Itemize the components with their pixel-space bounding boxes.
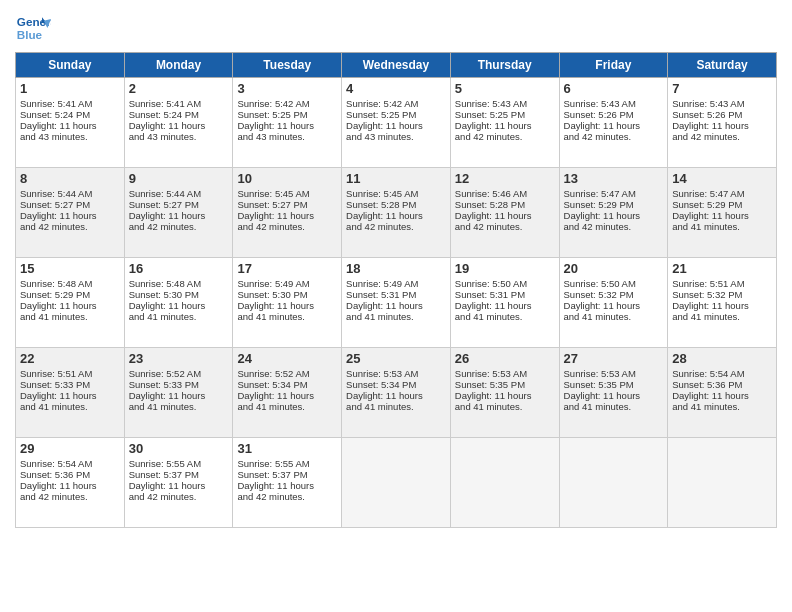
day-info-line: Sunset: 5:25 PM <box>455 109 555 120</box>
day-info-line: and 42 minutes. <box>20 491 120 502</box>
day-info-line: Sunset: 5:37 PM <box>129 469 229 480</box>
day-info-line: Daylight: 11 hours <box>20 120 120 131</box>
day-info-line: Sunrise: 5:55 AM <box>129 458 229 469</box>
day-number: 16 <box>129 261 229 276</box>
calendar-day-cell: 10Sunrise: 5:45 AMSunset: 5:27 PMDayligh… <box>233 168 342 258</box>
day-number: 4 <box>346 81 446 96</box>
day-info-line: and 42 minutes. <box>346 221 446 232</box>
day-info-line: Sunset: 5:25 PM <box>346 109 446 120</box>
day-number: 19 <box>455 261 555 276</box>
day-info-line: Sunset: 5:29 PM <box>20 289 120 300</box>
day-info-line: Sunset: 5:36 PM <box>20 469 120 480</box>
day-number: 25 <box>346 351 446 366</box>
weekday-header-tuesday: Tuesday <box>233 53 342 78</box>
day-info-line: Daylight: 11 hours <box>20 480 120 491</box>
day-info-line: Sunset: 5:31 PM <box>346 289 446 300</box>
day-info-line: Daylight: 11 hours <box>237 210 337 221</box>
day-info-line: Sunrise: 5:52 AM <box>237 368 337 379</box>
calendar-day-cell: 14Sunrise: 5:47 AMSunset: 5:29 PMDayligh… <box>668 168 777 258</box>
day-info-line: Daylight: 11 hours <box>672 390 772 401</box>
calendar-day-cell: 30Sunrise: 5:55 AMSunset: 5:37 PMDayligh… <box>124 438 233 528</box>
day-info-line: Sunset: 5:33 PM <box>129 379 229 390</box>
day-info-line: Sunrise: 5:51 AM <box>20 368 120 379</box>
day-number: 9 <box>129 171 229 186</box>
calendar-day-cell: 20Sunrise: 5:50 AMSunset: 5:32 PMDayligh… <box>559 258 668 348</box>
day-info-line: and 41 minutes. <box>455 401 555 412</box>
day-number: 5 <box>455 81 555 96</box>
day-info-line: Daylight: 11 hours <box>564 120 664 131</box>
day-info-line: Daylight: 11 hours <box>20 390 120 401</box>
calendar-week-row: 1Sunrise: 5:41 AMSunset: 5:24 PMDaylight… <box>16 78 777 168</box>
day-info-line: and 42 minutes. <box>237 491 337 502</box>
day-info-line: Sunset: 5:34 PM <box>237 379 337 390</box>
day-info-line: Sunrise: 5:54 AM <box>20 458 120 469</box>
day-info-line: Sunrise: 5:41 AM <box>129 98 229 109</box>
day-number: 27 <box>564 351 664 366</box>
day-info-line: Sunrise: 5:47 AM <box>564 188 664 199</box>
day-info-line: Daylight: 11 hours <box>237 480 337 491</box>
day-info-line: Sunset: 5:25 PM <box>237 109 337 120</box>
day-info-line: Sunset: 5:34 PM <box>346 379 446 390</box>
day-info-line: Daylight: 11 hours <box>129 390 229 401</box>
day-info-line: Daylight: 11 hours <box>237 120 337 131</box>
day-info-line: Daylight: 11 hours <box>346 120 446 131</box>
day-info-line: Daylight: 11 hours <box>672 210 772 221</box>
day-info-line: and 43 minutes. <box>20 131 120 142</box>
calendar-day-cell: 1Sunrise: 5:41 AMSunset: 5:24 PMDaylight… <box>16 78 125 168</box>
day-info-line: and 41 minutes. <box>346 311 446 322</box>
day-info-line: Sunrise: 5:44 AM <box>129 188 229 199</box>
weekday-header-wednesday: Wednesday <box>342 53 451 78</box>
calendar-day-cell: 4Sunrise: 5:42 AMSunset: 5:25 PMDaylight… <box>342 78 451 168</box>
day-info-line: Daylight: 11 hours <box>455 120 555 131</box>
calendar-day-cell: 2Sunrise: 5:41 AMSunset: 5:24 PMDaylight… <box>124 78 233 168</box>
weekday-header-friday: Friday <box>559 53 668 78</box>
day-info-line: Sunrise: 5:48 AM <box>20 278 120 289</box>
day-info-line: Sunrise: 5:46 AM <box>455 188 555 199</box>
day-number: 3 <box>237 81 337 96</box>
calendar-day-cell: 8Sunrise: 5:44 AMSunset: 5:27 PMDaylight… <box>16 168 125 258</box>
day-info-line: Sunrise: 5:41 AM <box>20 98 120 109</box>
day-info-line: and 42 minutes. <box>129 221 229 232</box>
day-info-line: Daylight: 11 hours <box>346 390 446 401</box>
day-number: 30 <box>129 441 229 456</box>
day-number: 21 <box>672 261 772 276</box>
day-info-line: and 42 minutes. <box>564 221 664 232</box>
calendar-week-row: 15Sunrise: 5:48 AMSunset: 5:29 PMDayligh… <box>16 258 777 348</box>
day-info-line: and 42 minutes. <box>237 221 337 232</box>
day-info-line: Sunrise: 5:43 AM <box>564 98 664 109</box>
day-info-line: and 42 minutes. <box>129 491 229 502</box>
day-info-line: Sunrise: 5:43 AM <box>455 98 555 109</box>
day-info-line: and 41 minutes. <box>20 401 120 412</box>
day-info-line: Daylight: 11 hours <box>672 300 772 311</box>
day-info-line: Daylight: 11 hours <box>129 210 229 221</box>
day-number: 13 <box>564 171 664 186</box>
calendar-day-cell <box>559 438 668 528</box>
day-info-line: and 41 minutes. <box>564 401 664 412</box>
day-info-line: Sunset: 5:33 PM <box>20 379 120 390</box>
day-number: 15 <box>20 261 120 276</box>
calendar-day-cell: 17Sunrise: 5:49 AMSunset: 5:30 PMDayligh… <box>233 258 342 348</box>
day-info-line: and 41 minutes. <box>346 401 446 412</box>
day-number: 29 <box>20 441 120 456</box>
calendar-day-cell <box>668 438 777 528</box>
day-info-line: and 41 minutes. <box>672 311 772 322</box>
day-info-line: Daylight: 11 hours <box>564 300 664 311</box>
calendar-week-row: 22Sunrise: 5:51 AMSunset: 5:33 PMDayligh… <box>16 348 777 438</box>
day-info-line: Daylight: 11 hours <box>20 300 120 311</box>
day-number: 31 <box>237 441 337 456</box>
day-number: 22 <box>20 351 120 366</box>
day-info-line: Sunrise: 5:50 AM <box>564 278 664 289</box>
day-info-line: and 41 minutes. <box>672 221 772 232</box>
day-info-line: Daylight: 11 hours <box>564 210 664 221</box>
day-info-line: and 42 minutes. <box>455 131 555 142</box>
day-info-line: and 41 minutes. <box>20 311 120 322</box>
weekday-header-saturday: Saturday <box>668 53 777 78</box>
calendar-day-cell: 7Sunrise: 5:43 AMSunset: 5:26 PMDaylight… <box>668 78 777 168</box>
day-info-line: Sunset: 5:26 PM <box>564 109 664 120</box>
calendar-day-cell <box>342 438 451 528</box>
day-info-line: Sunset: 5:27 PM <box>237 199 337 210</box>
calendar-day-cell: 25Sunrise: 5:53 AMSunset: 5:34 PMDayligh… <box>342 348 451 438</box>
day-info-line: Sunset: 5:31 PM <box>455 289 555 300</box>
day-number: 8 <box>20 171 120 186</box>
day-number: 23 <box>129 351 229 366</box>
